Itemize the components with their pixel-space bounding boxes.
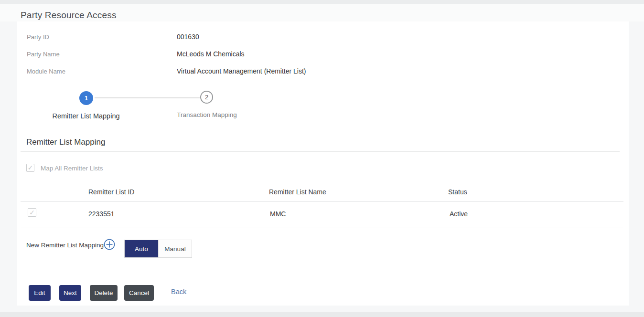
new-remitter-list-mapping-label: New Remitter List Mapping [26,242,104,249]
toggle-auto-button[interactable]: Auto [125,240,158,257]
table-header-divider [21,201,623,202]
module-name-label: Module Name [27,68,65,75]
party-id-value: 001630 [177,33,199,41]
bottom-strip [0,312,644,317]
step-1-label: Remitter List Mapping [33,112,139,120]
step-1-circle[interactable]: 1 [79,91,93,105]
column-header-remitter-list-id: Remitter List ID [88,188,134,196]
step-2-circle[interactable]: 2 [200,91,213,104]
section-heading: Remitter List Mapping [26,137,105,147]
next-button[interactable]: Next [59,285,81,301]
table-cell-status: Active [450,210,468,218]
party-name-label: Party Name [27,51,60,58]
content-card: Party ID 001630 Party Name McLeods M Che… [17,21,629,306]
party-name-value: McLeods M Chemicals [177,50,245,58]
cancel-button[interactable]: Cancel [124,285,154,301]
map-all-remitter-lists-checkbox[interactable]: ✓ [26,164,34,172]
section-divider [21,151,620,152]
toggle-manual-button[interactable]: Manual [158,240,192,257]
column-header-remitter-list-name: Remitter List Name [269,188,326,196]
back-link[interactable]: Back [171,288,186,296]
step-connector-line [95,97,200,98]
table-cell-remitter-list-name: MMC [270,210,286,218]
module-name-value: Virtual Account Management (Remitter Lis… [177,67,306,75]
delete-button[interactable]: Delete [90,285,118,301]
table-cell-remitter-list-id: 2233551 [88,210,115,218]
map-all-remitter-lists-label: Map All Remitter Lists [41,165,103,172]
check-icon: ✓ [29,209,35,216]
edit-button[interactable]: Edit [29,285,51,301]
circle-plus-icon[interactable] [104,239,115,250]
table-row-checkbox[interactable]: ✓ [28,208,36,217]
column-header-status: Status [448,188,467,196]
header-band: Party Resource Access [0,4,644,21]
check-icon: ✓ [28,164,33,171]
top-strip [0,0,644,4]
table-row-divider [21,228,623,228]
party-id-label: Party ID [27,33,49,41]
page-title: Party Resource Access [21,10,117,21]
mapping-mode-toggle: Auto Manual [124,240,192,258]
step-2-label: Transaction Mapping [154,111,259,118]
